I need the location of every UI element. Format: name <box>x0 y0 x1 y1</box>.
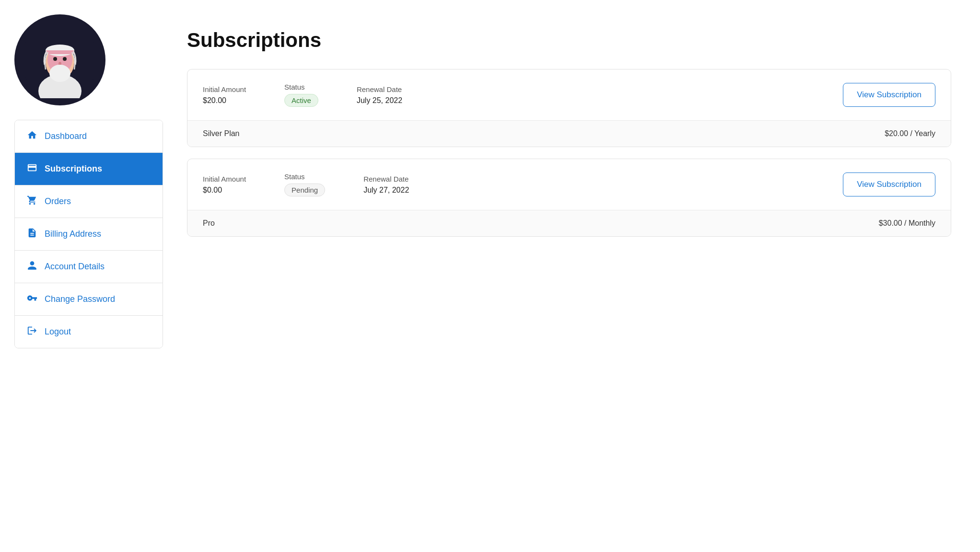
renewal-date-value-2: July 27, 2022 <box>363 186 409 195</box>
status-badge-2: Pending <box>284 184 325 196</box>
svg-point-4 <box>53 57 57 61</box>
sidebar-label-password: Change Password <box>45 294 115 304</box>
renewal-date-value-1: July 25, 2022 <box>357 96 402 105</box>
renewal-date-label-1: Renewal Date <box>357 85 402 93</box>
plan-name-1: Silver Plan <box>203 129 239 138</box>
renewal-date-field-2: Renewal Date July 27, 2022 <box>363 175 409 195</box>
renewal-date-label-2: Renewal Date <box>363 175 409 183</box>
sidebar-item-subscriptions[interactable]: Subscriptions <box>15 153 163 185</box>
plan-price-1: $20.00 / Yearly <box>885 129 935 138</box>
subscription-card-2: Initial Amount $0.00 Status Pending Rene… <box>187 159 951 237</box>
sidebar-label-dashboard: Dashboard <box>45 131 87 141</box>
initial-amount-field-1: Initial Amount $20.00 <box>203 85 246 105</box>
plan-name-2: Pro <box>203 219 215 228</box>
status-label-2: Status <box>284 172 325 181</box>
view-subscription-button-2[interactable]: View Subscription <box>843 172 935 196</box>
card-top-1: Initial Amount $20.00 Status Active Rene… <box>187 69 951 120</box>
sidebar-item-account[interactable]: Account Details <box>15 251 163 283</box>
sidebar-item-logout[interactable]: Logout <box>15 316 163 348</box>
initial-amount-value-1: $20.00 <box>203 96 246 105</box>
sidebar-item-orders[interactable]: Orders <box>15 185 163 218</box>
home-icon <box>26 130 38 143</box>
sidebar-label-orders: Orders <box>45 196 71 207</box>
sidebar-item-password[interactable]: Change Password <box>15 283 163 316</box>
initial-amount-label-2: Initial Amount <box>203 175 246 183</box>
sidebar-label-subscriptions: Subscriptions <box>45 164 102 174</box>
renewal-date-field-1: Renewal Date July 25, 2022 <box>357 85 402 105</box>
nav-menu: Dashboard Subscriptions Orders Billing A… <box>14 120 163 348</box>
sidebar-label-account: Account Details <box>45 262 105 272</box>
page-layout: Dashboard Subscriptions Orders Billing A… <box>0 0 980 552</box>
subscriptions-icon <box>26 162 38 175</box>
page-title: Subscriptions <box>187 29 951 52</box>
sidebar-label-billing: Billing Address <box>45 229 101 239</box>
initial-amount-field-2: Initial Amount $0.00 <box>203 175 246 195</box>
sidebar-item-dashboard[interactable]: Dashboard <box>15 120 163 153</box>
status-label-1: Status <box>284 83 318 91</box>
initial-amount-label-1: Initial Amount <box>203 85 246 93</box>
card-action-2: View Subscription <box>843 172 935 196</box>
svg-rect-9 <box>46 50 74 54</box>
main-content: Subscriptions Initial Amount $20.00 Stat… <box>163 0 980 552</box>
status-field-2: Status Pending <box>284 172 325 196</box>
initial-amount-value-2: $0.00 <box>203 186 246 195</box>
sidebar-label-logout: Logout <box>45 327 71 337</box>
card-bottom-1: Silver Plan $20.00 / Yearly <box>187 120 951 147</box>
card-bottom-2: Pro $30.00 / Monthly <box>187 210 951 236</box>
subscription-card-1: Initial Amount $20.00 Status Active Rene… <box>187 69 951 147</box>
sidebar-item-billing[interactable]: Billing Address <box>15 218 163 251</box>
account-icon <box>26 260 38 273</box>
status-badge-1: Active <box>284 94 318 107</box>
password-icon <box>26 293 38 306</box>
logout-icon <box>26 325 38 338</box>
card-action-1: View Subscription <box>843 83 935 107</box>
orders-icon <box>26 195 38 208</box>
plan-price-2: $30.00 / Monthly <box>879 219 935 228</box>
billing-icon <box>26 228 38 241</box>
card-top-2: Initial Amount $0.00 Status Pending Rene… <box>187 159 951 210</box>
view-subscription-button-1[interactable]: View Subscription <box>843 83 935 107</box>
status-field-1: Status Active <box>284 83 318 107</box>
svg-point-5 <box>63 57 67 61</box>
avatar <box>14 14 105 105</box>
svg-point-7 <box>49 65 70 82</box>
sidebar: Dashboard Subscriptions Orders Billing A… <box>0 0 163 552</box>
